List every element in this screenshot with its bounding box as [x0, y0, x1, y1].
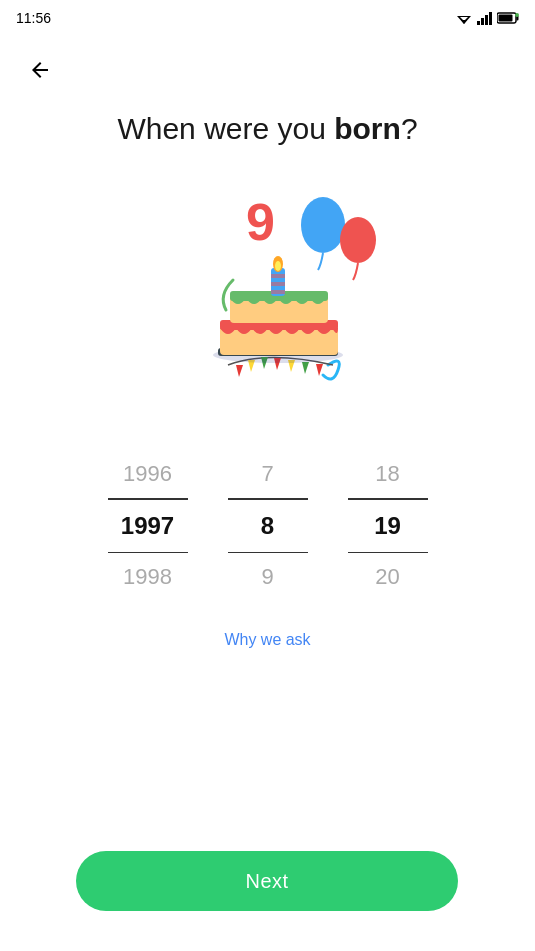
month-above: 7	[208, 450, 328, 498]
svg-rect-3	[477, 21, 480, 25]
back-arrow-icon	[28, 58, 52, 82]
svg-point-29	[275, 261, 281, 271]
svg-rect-6	[489, 12, 492, 25]
month-selected[interactable]: 8	[228, 500, 308, 552]
day-below: 20	[328, 553, 448, 601]
birthday-illustration: 9	[158, 170, 378, 420]
question-title: When were you born?	[117, 112, 417, 146]
month-picker[interactable]: 7 8 9	[208, 450, 328, 601]
day-selected[interactable]: 19	[348, 500, 428, 552]
year-below: 1998	[88, 553, 208, 601]
battery-icon	[497, 12, 519, 24]
day-above: 18	[328, 450, 448, 498]
signal-icon	[477, 11, 493, 25]
svg-rect-4	[481, 18, 484, 25]
svg-point-10	[515, 13, 519, 17]
main-content: When were you born?	[0, 32, 535, 649]
svg-rect-26	[271, 282, 285, 286]
title-normal: When were you	[117, 112, 334, 145]
title-suffix: ?	[401, 112, 418, 145]
status-icons	[455, 11, 519, 25]
cake-svg: 9	[158, 170, 378, 410]
back-button[interactable]	[20, 50, 60, 90]
why-ask-link[interactable]: Why we ask	[224, 631, 310, 649]
day-picker[interactable]: 18 19 20	[328, 450, 448, 601]
year-selected[interactable]: 1997	[108, 500, 188, 552]
svg-rect-27	[271, 290, 285, 294]
svg-marker-2	[461, 20, 467, 24]
month-below: 9	[208, 553, 328, 601]
next-button[interactable]: Next	[76, 851, 458, 911]
status-time: 11:56	[16, 10, 51, 26]
next-button-label: Next	[245, 870, 288, 893]
svg-rect-9	[499, 15, 513, 22]
date-picker[interactable]: 1996 1997 1998 7 8 9 18 19 20	[88, 450, 448, 601]
svg-text:9: 9	[246, 193, 275, 251]
svg-rect-5	[485, 15, 488, 25]
svg-point-31	[340, 217, 376, 263]
svg-rect-25	[271, 274, 285, 278]
svg-point-30	[301, 197, 345, 253]
svg-marker-16	[302, 362, 309, 374]
year-picker[interactable]: 1996 1997 1998	[88, 450, 208, 601]
title-bold: born	[334, 112, 401, 145]
svg-marker-11	[236, 365, 243, 377]
status-bar: 11:56	[0, 0, 535, 32]
wifi-icon	[455, 11, 473, 25]
year-above: 1996	[88, 450, 208, 498]
